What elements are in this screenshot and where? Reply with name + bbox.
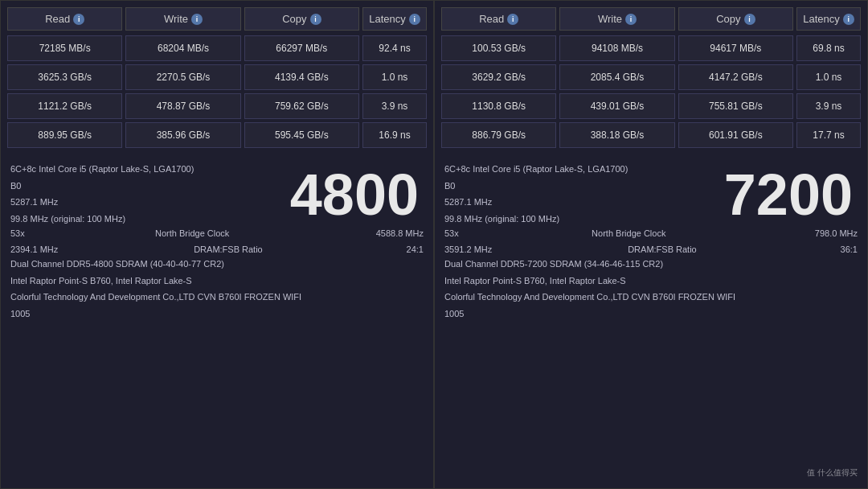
right-big-number: 7200 xyxy=(724,166,853,224)
left-panel: Read i Write i Copy i Latency i 72185 MB… xyxy=(0,0,434,489)
left-row0-read: 72185 MB/s xyxy=(7,35,122,61)
left-row0-latency: 92.4 ns xyxy=(362,35,427,61)
right-row2-copy: 755.81 GB/s xyxy=(678,93,793,119)
right-latency-info-icon[interactable]: i xyxy=(843,14,854,25)
left-board: Colorful Technology And Development Co.,… xyxy=(10,289,424,306)
right-row3-read: 886.79 GB/s xyxy=(441,122,556,148)
right-row1-latency: 1.0 ns xyxy=(796,64,861,90)
left-row-3: 889.95 GB/s 385.96 GB/s 595.45 GB/s 16.9… xyxy=(7,122,427,148)
left-chipset: Intel Raptor Point-S B760, Intel Raptor … xyxy=(10,273,424,290)
left-dram-type: Dual Channel DDR5-4800 SDRAM (40-40-40-7… xyxy=(10,256,424,273)
right-write-info-icon[interactable]: i xyxy=(625,14,637,25)
right-row2-latency: 3.9 ns xyxy=(796,93,861,119)
left-row-1: 3625.3 GB/s 2270.5 GB/s 4139.4 GB/s 1.0 … xyxy=(7,64,427,90)
left-dram-row: 2394.1 MHz DRAM:FSB Ratio 24:1 xyxy=(10,243,424,256)
right-row1-write: 2085.4 GB/s xyxy=(559,64,674,90)
left-copy-header: Copy i xyxy=(244,7,359,31)
right-row0-copy: 94617 MB/s xyxy=(678,35,793,61)
right-row1-copy: 4147.2 GB/s xyxy=(678,64,793,90)
right-bios: 1005 xyxy=(444,306,858,323)
right-north-bridge-label: North Bridge Clock xyxy=(592,228,665,238)
right-latency-header: Latency i xyxy=(796,7,861,31)
right-copy-label: Copy xyxy=(716,13,740,25)
left-multiplier: 53x xyxy=(10,228,25,238)
right-dram-fsb-value: 36:1 xyxy=(841,244,858,254)
left-big-number: 4800 xyxy=(290,166,419,224)
right-header: Read i Write i Copy i Latency i xyxy=(441,7,861,31)
left-row2-latency: 3.9 ns xyxy=(362,93,427,119)
right-copy-info-icon[interactable]: i xyxy=(744,14,755,25)
left-row2-read: 1121.2 GB/s xyxy=(7,93,122,119)
right-north-bridge-row: 53x North Bridge Clock 798.0 MHz xyxy=(444,227,858,240)
left-north-bridge-row: 53x North Bridge Clock 4588.8 MHz xyxy=(10,227,424,240)
left-copy-label: Copy xyxy=(282,13,306,25)
left-dram-freq: 2394.1 MHz xyxy=(10,244,58,254)
left-write-label: Write xyxy=(164,13,188,25)
left-row-0: 72185 MB/s 68204 MB/s 66297 MB/s 92.4 ns xyxy=(7,35,427,61)
right-read-label: Read xyxy=(479,13,504,25)
right-row-2: 1130.8 GB/s 439.01 GB/s 755.81 GB/s 3.9 … xyxy=(441,93,861,119)
left-info-section: 4800 6C+8c Intel Core i5 (Raptor Lake-S,… xyxy=(7,158,427,482)
left-latency-label: Latency xyxy=(369,13,406,25)
right-row-3: 886.79 GB/s 388.18 GB/s 601.91 GB/s 17.7… xyxy=(441,122,861,148)
left-north-bridge-value: 4588.8 MHz xyxy=(376,228,424,238)
right-dram-row: 3591.2 MHz DRAM:FSB Ratio 36:1 xyxy=(444,243,858,256)
left-write-info-icon[interactable]: i xyxy=(191,14,203,25)
right-panel: Read i Write i Copy i Latency i 100.53 G… xyxy=(434,0,868,489)
left-row3-write: 385.96 GB/s xyxy=(125,122,240,148)
right-row1-read: 3629.2 GB/s xyxy=(441,64,556,90)
right-copy-header: Copy i xyxy=(678,7,793,31)
right-multiplier: 53x xyxy=(444,228,459,238)
left-north-bridge-label: North Bridge Clock xyxy=(155,228,229,238)
left-row3-copy: 595.45 GB/s xyxy=(244,122,359,148)
right-latency-label: Latency xyxy=(803,13,840,25)
left-dram-fsb-value: 24:1 xyxy=(407,244,424,254)
left-row3-latency: 16.9 ns xyxy=(362,122,427,148)
right-row3-copy: 601.91 GB/s xyxy=(678,122,793,148)
right-dram-freq: 3591.2 MHz xyxy=(444,244,492,254)
left-row-2: 1121.2 GB/s 478.87 GB/s 759.62 GB/s 3.9 … xyxy=(7,93,427,119)
left-row1-read: 3625.3 GB/s xyxy=(7,64,122,90)
left-row2-write: 478.87 GB/s xyxy=(125,93,240,119)
left-row1-write: 2270.5 GB/s xyxy=(125,64,240,90)
left-row1-copy: 4139.4 GB/s xyxy=(244,64,359,90)
watermark-text: 值 什么值得买 xyxy=(807,467,858,479)
left-row2-copy: 759.62 GB/s xyxy=(244,93,359,119)
right-row0-read: 100.53 GB/s xyxy=(441,35,556,61)
left-header: Read i Write i Copy i Latency i xyxy=(7,7,427,31)
left-bios: 1005 xyxy=(10,306,424,323)
right-dram-type: Dual Channel DDR5-7200 SDRAM (34-46-46-1… xyxy=(444,256,858,273)
left-row0-copy: 66297 MB/s xyxy=(244,35,359,61)
left-row3-read: 889.95 GB/s xyxy=(7,122,122,148)
right-dram-fsb-label: DRAM:FSB Ratio xyxy=(628,244,697,254)
left-latency-info-icon[interactable]: i xyxy=(409,14,420,25)
right-board: Colorful Technology And Development Co.,… xyxy=(444,289,858,306)
right-row2-read: 1130.8 GB/s xyxy=(441,93,556,119)
left-latency-header: Latency i xyxy=(362,7,427,31)
right-read-info-icon[interactable]: i xyxy=(507,14,518,25)
right-write-label: Write xyxy=(598,13,622,25)
right-row3-latency: 17.7 ns xyxy=(796,122,861,148)
left-read-header: Read i xyxy=(7,7,122,31)
left-read-info-icon[interactable]: i xyxy=(73,14,84,25)
left-write-header: Write i xyxy=(125,7,240,31)
right-row2-write: 439.01 GB/s xyxy=(559,93,674,119)
right-row-1: 3629.2 GB/s 2085.4 GB/s 4147.2 GB/s 1.0 … xyxy=(441,64,861,90)
left-dram-fsb-label: DRAM:FSB Ratio xyxy=(194,244,263,254)
right-row-0: 100.53 GB/s 94108 MB/s 94617 MB/s 69.8 n… xyxy=(441,35,861,61)
left-copy-info-icon[interactable]: i xyxy=(310,14,321,25)
right-row0-latency: 69.8 ns xyxy=(796,35,861,61)
left-row1-latency: 1.0 ns xyxy=(362,64,427,90)
right-write-header: Write i xyxy=(559,7,674,31)
right-row0-write: 94108 MB/s xyxy=(559,35,674,61)
right-chipset: Intel Raptor Point-S B760, Intel Raptor … xyxy=(444,273,858,290)
right-info-section: 7200 6C+8c Intel Core i5 (Raptor Lake-S,… xyxy=(441,158,861,482)
right-read-header: Read i xyxy=(441,7,556,31)
left-row0-write: 68204 MB/s xyxy=(125,35,240,61)
right-row3-write: 388.18 GB/s xyxy=(559,122,674,148)
left-read-label: Read xyxy=(45,13,70,25)
right-north-bridge-value: 798.0 MHz xyxy=(815,228,858,238)
